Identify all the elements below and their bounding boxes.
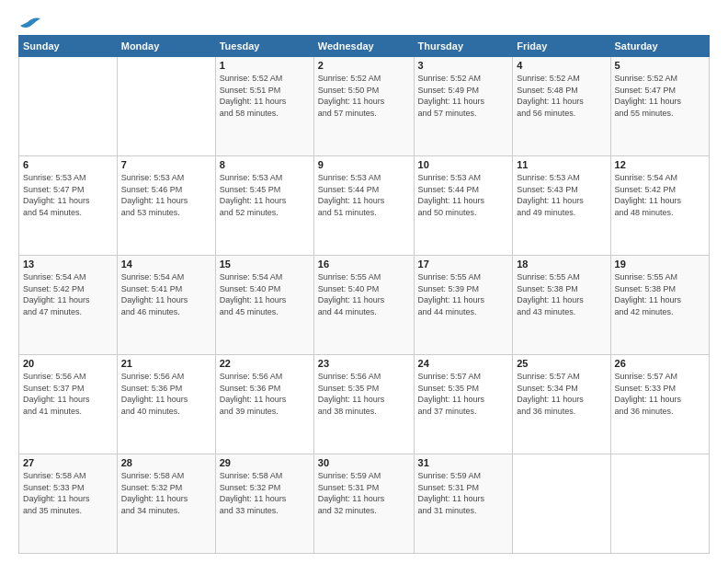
- day-number: 15: [220, 259, 310, 270]
- calendar-week-5: 27Sunrise: 5:58 AMSunset: 5:33 PMDayligh…: [19, 454, 710, 554]
- logo-bird-icon: [20, 15, 40, 29]
- day-number: 25: [517, 358, 606, 369]
- day-info: Sunrise: 5:55 AMSunset: 5:38 PMDaylight:…: [615, 271, 705, 317]
- day-info: Sunrise: 5:53 AMSunset: 5:44 PMDaylight:…: [418, 172, 509, 218]
- day-number: 22: [220, 358, 310, 369]
- day-info: Sunrise: 5:54 AMSunset: 5:40 PMDaylight:…: [220, 271, 310, 317]
- weekday-header-tuesday: Tuesday: [215, 36, 313, 57]
- day-info: Sunrise: 5:54 AMSunset: 5:42 PMDaylight:…: [615, 172, 705, 218]
- calendar-week-2: 6Sunrise: 5:53 AMSunset: 5:47 PMDaylight…: [19, 156, 710, 256]
- day-number: 1: [220, 60, 310, 71]
- day-info: Sunrise: 5:53 AMSunset: 5:45 PMDaylight:…: [220, 172, 310, 218]
- day-number: 6: [23, 159, 113, 170]
- day-number: 2: [318, 60, 410, 71]
- calendar-cell: [117, 57, 215, 156]
- calendar-week-1: 1Sunrise: 5:52 AMSunset: 5:51 PMDaylight…: [19, 57, 710, 156]
- day-info: Sunrise: 5:52 AMSunset: 5:47 PMDaylight:…: [615, 73, 705, 119]
- day-info: Sunrise: 5:53 AMSunset: 5:43 PMDaylight:…: [517, 172, 606, 218]
- calendar-cell: 17Sunrise: 5:55 AMSunset: 5:39 PMDayligh…: [414, 256, 513, 355]
- day-info: Sunrise: 5:55 AMSunset: 5:39 PMDaylight:…: [418, 271, 509, 317]
- day-info: Sunrise: 5:58 AMSunset: 5:32 PMDaylight:…: [220, 470, 310, 516]
- day-number: 28: [121, 457, 211, 468]
- header: [18, 15, 710, 28]
- day-info: Sunrise: 5:55 AMSunset: 5:38 PMDaylight:…: [517, 271, 606, 317]
- day-info: Sunrise: 5:56 AMSunset: 5:36 PMDaylight:…: [220, 371, 310, 417]
- calendar-cell: 13Sunrise: 5:54 AMSunset: 5:42 PMDayligh…: [19, 256, 118, 355]
- day-info: Sunrise: 5:53 AMSunset: 5:44 PMDaylight:…: [318, 172, 410, 218]
- day-number: 19: [615, 259, 705, 270]
- day-info: Sunrise: 5:53 AMSunset: 5:47 PMDaylight:…: [23, 172, 113, 218]
- calendar-page: SundayMondayTuesdayWednesdayThursdayFrid…: [0, 0, 728, 563]
- calendar-cell: 31Sunrise: 5:59 AMSunset: 5:31 PMDayligh…: [414, 454, 513, 554]
- day-number: 5: [615, 60, 705, 71]
- calendar-cell: 7Sunrise: 5:53 AMSunset: 5:46 PMDaylight…: [117, 156, 215, 256]
- calendar-cell: [610, 454, 709, 554]
- day-number: 24: [418, 358, 509, 369]
- day-info: Sunrise: 5:57 AMSunset: 5:35 PMDaylight:…: [418, 371, 509, 417]
- day-info: Sunrise: 5:52 AMSunset: 5:51 PMDaylight:…: [220, 73, 310, 119]
- day-number: 3: [418, 60, 509, 71]
- calendar-cell: 8Sunrise: 5:53 AMSunset: 5:45 PMDaylight…: [215, 156, 313, 256]
- weekday-header-wednesday: Wednesday: [313, 36, 414, 57]
- calendar-cell: 16Sunrise: 5:55 AMSunset: 5:40 PMDayligh…: [313, 256, 414, 355]
- day-info: Sunrise: 5:53 AMSunset: 5:46 PMDaylight:…: [121, 172, 211, 218]
- calendar-cell: [19, 57, 118, 156]
- calendar-cell: 20Sunrise: 5:56 AMSunset: 5:37 PMDayligh…: [19, 355, 118, 454]
- day-number: 12: [615, 159, 705, 170]
- weekday-header-thursday: Thursday: [414, 36, 513, 57]
- day-number: 10: [418, 159, 509, 170]
- calendar-body: 1Sunrise: 5:52 AMSunset: 5:51 PMDaylight…: [19, 57, 710, 554]
- calendar-cell: 2Sunrise: 5:52 AMSunset: 5:50 PMDaylight…: [313, 57, 414, 156]
- calendar-cell: 14Sunrise: 5:54 AMSunset: 5:41 PMDayligh…: [117, 256, 215, 355]
- day-info: Sunrise: 5:56 AMSunset: 5:36 PMDaylight:…: [121, 371, 211, 417]
- day-number: 30: [318, 457, 410, 468]
- calendar-cell: 5Sunrise: 5:52 AMSunset: 5:47 PMDaylight…: [610, 57, 709, 156]
- weekday-header-sunday: Sunday: [19, 36, 118, 57]
- calendar-cell: 21Sunrise: 5:56 AMSunset: 5:36 PMDayligh…: [117, 355, 215, 454]
- day-info: Sunrise: 5:54 AMSunset: 5:42 PMDaylight:…: [23, 271, 113, 317]
- day-number: 27: [23, 457, 113, 468]
- day-info: Sunrise: 5:56 AMSunset: 5:37 PMDaylight:…: [23, 371, 113, 417]
- day-number: 23: [318, 358, 410, 369]
- day-number: 31: [418, 457, 509, 468]
- day-info: Sunrise: 5:54 AMSunset: 5:41 PMDaylight:…: [121, 271, 211, 317]
- calendar-cell: 12Sunrise: 5:54 AMSunset: 5:42 PMDayligh…: [610, 156, 709, 256]
- calendar-cell: 29Sunrise: 5:58 AMSunset: 5:32 PMDayligh…: [215, 454, 313, 554]
- day-number: 16: [318, 259, 410, 270]
- calendar-cell: 27Sunrise: 5:58 AMSunset: 5:33 PMDayligh…: [19, 454, 118, 554]
- weekday-header-row: SundayMondayTuesdayWednesdayThursdayFrid…: [19, 36, 710, 57]
- day-number: 29: [220, 457, 310, 468]
- calendar-cell: 10Sunrise: 5:53 AMSunset: 5:44 PMDayligh…: [414, 156, 513, 256]
- day-number: 21: [121, 358, 211, 369]
- day-info: Sunrise: 5:57 AMSunset: 5:34 PMDaylight:…: [517, 371, 606, 417]
- day-number: 4: [517, 60, 606, 71]
- day-info: Sunrise: 5:56 AMSunset: 5:35 PMDaylight:…: [318, 371, 410, 417]
- calendar-cell: 23Sunrise: 5:56 AMSunset: 5:35 PMDayligh…: [313, 355, 414, 454]
- day-number: 20: [23, 358, 113, 369]
- day-number: 13: [23, 259, 113, 270]
- day-number: 18: [517, 259, 606, 270]
- calendar-week-3: 13Sunrise: 5:54 AMSunset: 5:42 PMDayligh…: [19, 256, 710, 355]
- calendar-cell: 1Sunrise: 5:52 AMSunset: 5:51 PMDaylight…: [215, 57, 313, 156]
- day-info: Sunrise: 5:58 AMSunset: 5:32 PMDaylight:…: [121, 470, 211, 516]
- calendar-cell: 24Sunrise: 5:57 AMSunset: 5:35 PMDayligh…: [414, 355, 513, 454]
- calendar-cell: 3Sunrise: 5:52 AMSunset: 5:49 PMDaylight…: [414, 57, 513, 156]
- logo: [18, 15, 40, 28]
- calendar-cell: 9Sunrise: 5:53 AMSunset: 5:44 PMDaylight…: [313, 156, 414, 256]
- day-info: Sunrise: 5:57 AMSunset: 5:33 PMDaylight:…: [615, 371, 705, 417]
- day-number: 26: [615, 358, 705, 369]
- calendar-cell: 11Sunrise: 5:53 AMSunset: 5:43 PMDayligh…: [513, 156, 610, 256]
- calendar-cell: 15Sunrise: 5:54 AMSunset: 5:40 PMDayligh…: [215, 256, 313, 355]
- calendar-header: SundayMondayTuesdayWednesdayThursdayFrid…: [19, 36, 710, 57]
- day-number: 9: [318, 159, 410, 170]
- day-number: 8: [220, 159, 310, 170]
- day-info: Sunrise: 5:55 AMSunset: 5:40 PMDaylight:…: [318, 271, 410, 317]
- calendar-cell: 19Sunrise: 5:55 AMSunset: 5:38 PMDayligh…: [610, 256, 709, 355]
- weekday-header-monday: Monday: [117, 36, 215, 57]
- day-number: 14: [121, 259, 211, 270]
- calendar-cell: 22Sunrise: 5:56 AMSunset: 5:36 PMDayligh…: [215, 355, 313, 454]
- calendar-cell: 4Sunrise: 5:52 AMSunset: 5:48 PMDaylight…: [513, 57, 610, 156]
- calendar-cell: [513, 454, 610, 554]
- calendar-cell: 25Sunrise: 5:57 AMSunset: 5:34 PMDayligh…: [513, 355, 610, 454]
- calendar-cell: 30Sunrise: 5:59 AMSunset: 5:31 PMDayligh…: [313, 454, 414, 554]
